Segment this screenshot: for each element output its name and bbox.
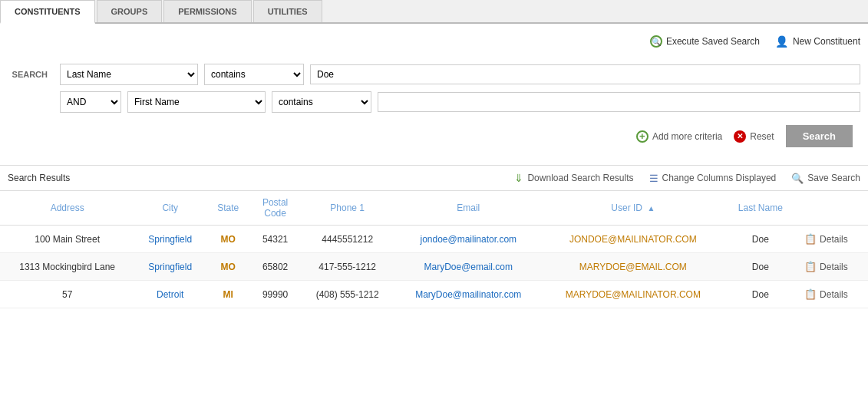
cell-address: 57: [0, 281, 134, 308]
details-button[interactable]: 📋 Details: [804, 261, 848, 272]
col-userid[interactable]: User ID ▲: [542, 191, 724, 226]
details-icon: 📋: [804, 288, 817, 300]
tab-constituents[interactable]: CONSTITUENTS: [0, 0, 95, 24]
table-row: 57 Detroit MI 99990 (408) 555-1212 MaryD…: [0, 281, 868, 308]
tabs-bar: CONSTITUENTS GROUPS PERMISSIONS UTILITIE…: [0, 0, 868, 24]
cell-state: MO: [206, 253, 250, 281]
cell-lastname: Doe: [724, 226, 797, 253]
change-columns-button[interactable]: ☰ Change Columns Displayed: [649, 173, 777, 184]
cell-phone: 4445551212: [300, 226, 395, 253]
cell-postal: 54321: [250, 226, 300, 253]
col-actions: [797, 191, 868, 226]
col-address: Address: [0, 191, 134, 226]
cell-userid: MARYDOE@EMAIL.COM: [542, 253, 724, 281]
details-icon: 📋: [804, 233, 817, 245]
search-value-2[interactable]: [378, 92, 860, 112]
tab-permissions[interactable]: PERMISSIONS: [163, 0, 251, 22]
execute-saved-search-button[interactable]: 🔍 Execute Saved Search: [650, 35, 760, 48]
cell-userid: MARYDOE@MAILINATOR.COM: [542, 281, 724, 308]
cell-address: 1313 Mockingbird Lane: [0, 253, 134, 281]
save-search-button[interactable]: 🔍 Save Search: [791, 173, 860, 184]
details-label: Details: [820, 289, 848, 300]
col-city: City: [134, 191, 206, 226]
details-button[interactable]: 📋 Details: [804, 233, 848, 245]
col-phone: Phone 1: [300, 191, 395, 226]
search-value-1[interactable]: [310, 64, 860, 84]
search-row-2: AND OR First Name Last Name Email Addres…: [8, 91, 860, 113]
table-row: 100 Main Street Springfield MO 54321 444…: [0, 226, 868, 253]
cell-details: 📋 Details: [797, 281, 868, 308]
cell-email: jondoe@mailinator.com: [394, 226, 542, 253]
execute-saved-search-label: Execute Saved Search: [666, 36, 760, 47]
cell-state: MO: [206, 226, 250, 253]
cell-address: 100 Main Street: [0, 226, 134, 253]
columns-icon: ☰: [649, 173, 658, 184]
new-constituent-button[interactable]: 👤 New Constituent: [775, 35, 860, 48]
sort-asc-icon: ▲: [647, 204, 655, 212]
cell-lastname: Doe: [724, 281, 797, 308]
results-actions: ⇓ Download Search Results ☰ Change Colum…: [514, 172, 860, 184]
new-constituent-icon: 👤: [775, 35, 789, 48]
details-icon: 📋: [804, 261, 817, 272]
search-row-1: SEARCH Last Name First Name Email Addres…: [8, 64, 860, 85]
search-section: SEARCH Last Name First Name Email Addres…: [0, 56, 868, 161]
results-table: Address City State PostalCode Phone 1 Em…: [0, 190, 868, 308]
tab-groups[interactable]: GROUPS: [97, 0, 163, 22]
cell-lastname: Doe: [724, 253, 797, 281]
cell-email: MaryDoe@email.com: [394, 253, 542, 281]
cell-postal: 99990: [250, 281, 300, 308]
cell-userid: JONDOE@MAILINATOR.COM: [542, 226, 724, 253]
download-icon: ⇓: [514, 172, 523, 184]
save-search-label: Save Search: [807, 173, 860, 183]
x-icon: ✕: [734, 130, 746, 143]
cell-city: Springfield: [134, 226, 206, 253]
search-operator-1[interactable]: contains equals starts with ends with: [204, 64, 304, 85]
criteria-bar: + Add more criteria ✕ Reset Search: [8, 119, 860, 153]
action-bar: 🔍 Execute Saved Search 👤 New Constituent: [0, 24, 868, 56]
search-results-label: Search Results: [8, 173, 514, 183]
search-button[interactable]: Search: [786, 125, 853, 147]
download-label: Download Search Results: [527, 173, 633, 183]
search-field-2[interactable]: First Name Last Name Email Address City …: [127, 91, 266, 113]
search-label: SEARCH: [8, 70, 54, 79]
cell-phone: 417-555-1212: [300, 253, 395, 281]
save-search-icon: 🔍: [791, 173, 804, 184]
search-conjunction[interactable]: AND OR: [60, 91, 121, 113]
details-label: Details: [820, 234, 848, 245]
reset-button[interactable]: ✕ Reset: [734, 130, 774, 143]
details-label: Details: [820, 262, 848, 272]
table-header-row: Address City State PostalCode Phone 1 Em…: [0, 191, 868, 226]
col-email: Email: [394, 191, 542, 226]
new-constituent-label: New Constituent: [793, 36, 860, 47]
cell-phone: (408) 555-1212: [300, 281, 395, 308]
cell-city: Detroit: [134, 281, 206, 308]
cell-postal: 65802: [250, 253, 300, 281]
results-bar: Search Results ⇓ Download Search Results…: [0, 165, 868, 190]
details-button[interactable]: 📋 Details: [804, 288, 848, 300]
cell-email: MaryDoe@mailinator.com: [394, 281, 542, 308]
cell-details: 📋 Details: [797, 253, 868, 281]
reset-label: Reset: [750, 131, 774, 142]
col-lastname: Last Name: [724, 191, 797, 226]
add-criteria-button[interactable]: + Add more criteria: [636, 130, 722, 143]
add-criteria-label: Add more criteria: [652, 131, 722, 142]
cell-city: Springfield: [134, 253, 206, 281]
change-columns-label: Change Columns Displayed: [662, 173, 777, 183]
saved-search-icon: 🔍: [650, 35, 662, 48]
download-results-button[interactable]: ⇓ Download Search Results: [514, 172, 633, 184]
plus-icon: +: [636, 130, 649, 143]
search-field-1[interactable]: Last Name First Name Email Address City …: [60, 64, 198, 85]
cell-state: MI: [206, 281, 250, 308]
col-state: State: [206, 191, 250, 226]
cell-details: 📋 Details: [797, 226, 868, 253]
col-postal: PostalCode: [250, 191, 300, 226]
table-row: 1313 Mockingbird Lane Springfield MO 658…: [0, 253, 868, 281]
tab-utilities[interactable]: UTILITIES: [253, 0, 322, 22]
search-operator-2[interactable]: contains equals starts with ends with: [272, 91, 371, 113]
